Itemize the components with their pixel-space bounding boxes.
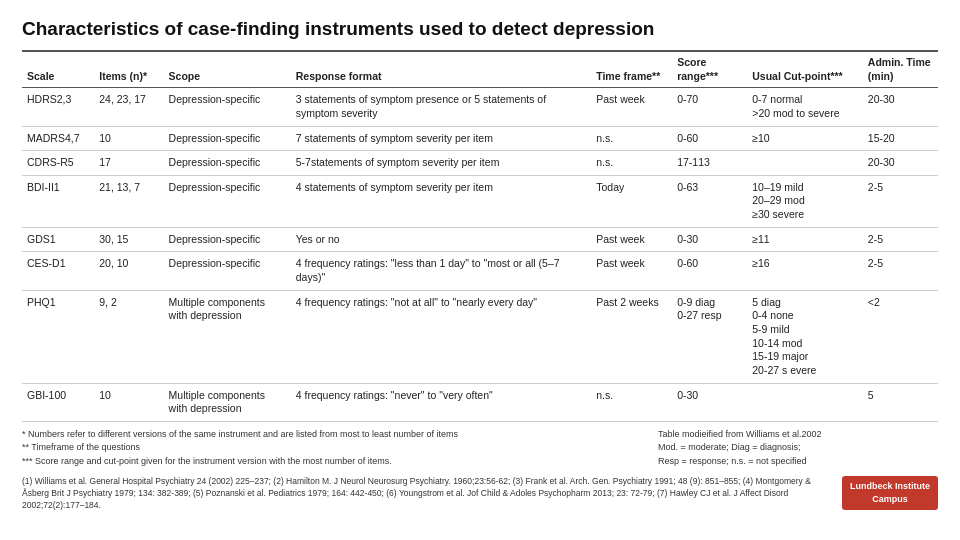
cell-scale: MADRS4,7	[22, 126, 94, 151]
cell-response: 5-7statements of symptom severity per it…	[291, 151, 592, 176]
cell-cutpoint: 5 diag0-4 none5-9 mild10-14 mod15-19 maj…	[747, 290, 863, 383]
col-header-time: Time frame**	[591, 51, 672, 88]
cell-scale: GBI-100	[22, 383, 94, 421]
cell-score: 0-30	[672, 383, 747, 421]
table-header-row: Scale Items (n)* Scope Response format T…	[22, 51, 938, 88]
cell-admin: 5	[863, 383, 938, 421]
cell-items: 10	[94, 383, 163, 421]
cell-response: 7 statements of symptom severity per ite…	[291, 126, 592, 151]
cell-items: 17	[94, 151, 163, 176]
table-row: CDRS-R517Depression-specific5-7statement…	[22, 151, 938, 176]
cell-items: 20, 10	[94, 252, 163, 290]
cell-time: n.s.	[591, 383, 672, 421]
cell-score: 0-30	[672, 227, 747, 252]
logo-area: Lundbeck Institute Campus	[842, 476, 938, 509]
cell-time: Past week	[591, 227, 672, 252]
cell-scale: CES-D1	[22, 252, 94, 290]
cell-scope: Multiple components with depression	[164, 290, 291, 383]
cell-cutpoint	[747, 383, 863, 421]
cell-time: Past week	[591, 88, 672, 126]
cell-score: 0-70	[672, 88, 747, 126]
footnotes-section: * Numbers refer to different versions of…	[22, 428, 938, 512]
table-row: BDI-II121, 13, 7Depression-specific4 sta…	[22, 175, 938, 227]
cell-cutpoint: 10–19 mild20–29 mod≥30 severe	[747, 175, 863, 227]
characteristics-table: Scale Items (n)* Scope Response format T…	[22, 50, 938, 422]
cell-scope: Depression-specific	[164, 227, 291, 252]
cell-score: 17-113	[672, 151, 747, 176]
cell-scale: PHQ1	[22, 290, 94, 383]
cell-admin: 20-30	[863, 88, 938, 126]
col-header-response: Response format	[291, 51, 592, 88]
col-header-scope: Scope	[164, 51, 291, 88]
cell-cutpoint: 0-7 normal>20 mod to severe	[747, 88, 863, 126]
cell-scale: CDRS-R5	[22, 151, 94, 176]
footnote-star1: * Numbers refer to different versions of…	[22, 428, 638, 442]
table-row: MADRS4,710Depression-specific7 statement…	[22, 126, 938, 151]
cell-scope: Multiple components with depression	[164, 383, 291, 421]
cell-response: 4 frequency ratings: "less than 1 day" t…	[291, 252, 592, 290]
cell-scope: Depression-specific	[164, 151, 291, 176]
cell-items: 10	[94, 126, 163, 151]
cell-scale: BDI-II1	[22, 175, 94, 227]
table-row: GDS130, 15Depression-specificYes or noPa…	[22, 227, 938, 252]
cell-cutpoint: ≥10	[747, 126, 863, 151]
footnotes-right: Table modieified from Williams et al.200…	[658, 428, 938, 469]
col-header-items: Items (n)*	[94, 51, 163, 88]
cell-time: Past 2 weeks	[591, 290, 672, 383]
cell-time: n.s.	[591, 126, 672, 151]
cell-items: 30, 15	[94, 227, 163, 252]
cell-response: 4 frequency ratings: "never" to "very of…	[291, 383, 592, 421]
cell-time: Today	[591, 175, 672, 227]
cell-cutpoint: ≥16	[747, 252, 863, 290]
cell-items: 24, 23, 17	[94, 88, 163, 126]
cell-response: 3 statements of symptom presence or 5 st…	[291, 88, 592, 126]
col-header-cutpoint: Usual Cut-point***	[747, 51, 863, 88]
cell-scope: Depression-specific	[164, 126, 291, 151]
logo-line1: Lundbeck Institute	[850, 480, 930, 493]
cell-items: 9, 2	[94, 290, 163, 383]
page-title: Characteristics of case-finding instrume…	[22, 18, 938, 40]
cell-score: 0-60	[672, 126, 747, 151]
cell-scale: HDRS2,3	[22, 88, 94, 126]
col-header-score: Score range***	[672, 51, 747, 88]
cell-scope: Depression-specific	[164, 88, 291, 126]
footnote-star3: *** Score range and cut-point given for …	[22, 455, 638, 469]
cell-time: Past week	[591, 252, 672, 290]
cell-response: 4 frequency ratings: "not at all" to "ne…	[291, 290, 592, 383]
cell-admin: 15-20	[863, 126, 938, 151]
footnotes-left: * Numbers refer to different versions of…	[22, 428, 638, 469]
cell-items: 21, 13, 7	[94, 175, 163, 227]
cell-admin: <2	[863, 290, 938, 383]
cell-admin: 2-5	[863, 175, 938, 227]
cell-time: n.s.	[591, 151, 672, 176]
footnote-star2: ** Timeframe of the questions	[22, 441, 638, 455]
cell-response: 4 statements of symptom severity per ite…	[291, 175, 592, 227]
cell-cutpoint	[747, 151, 863, 176]
table-row: CES-D120, 10Depression-specific4 frequen…	[22, 252, 938, 290]
cell-score: 0-63	[672, 175, 747, 227]
col-header-admin: Admin. Time (min)	[863, 51, 938, 88]
cell-scope: Depression-specific	[164, 252, 291, 290]
cell-scope: Depression-specific	[164, 175, 291, 227]
cell-response: Yes or no	[291, 227, 592, 252]
table-row: HDRS2,324, 23, 17Depression-specific3 st…	[22, 88, 938, 126]
cell-admin: 20-30	[863, 151, 938, 176]
cell-admin: 2-5	[863, 252, 938, 290]
cell-score: 0-9 diag0-27 resp	[672, 290, 747, 383]
references: (1) Williams et al. General Hospital Psy…	[22, 476, 842, 512]
table-note: Table modieified from Williams et al.200…	[658, 428, 938, 469]
cell-admin: 2-5	[863, 227, 938, 252]
col-header-scale: Scale	[22, 51, 94, 88]
logo-line2: Campus	[850, 493, 930, 506]
cell-cutpoint: ≥11	[747, 227, 863, 252]
cell-score: 0-60	[672, 252, 747, 290]
table-row: GBI-10010Multiple components with depres…	[22, 383, 938, 421]
cell-scale: GDS1	[22, 227, 94, 252]
logo: Lundbeck Institute Campus	[842, 476, 938, 509]
table-row: PHQ19, 2Multiple components with depress…	[22, 290, 938, 383]
